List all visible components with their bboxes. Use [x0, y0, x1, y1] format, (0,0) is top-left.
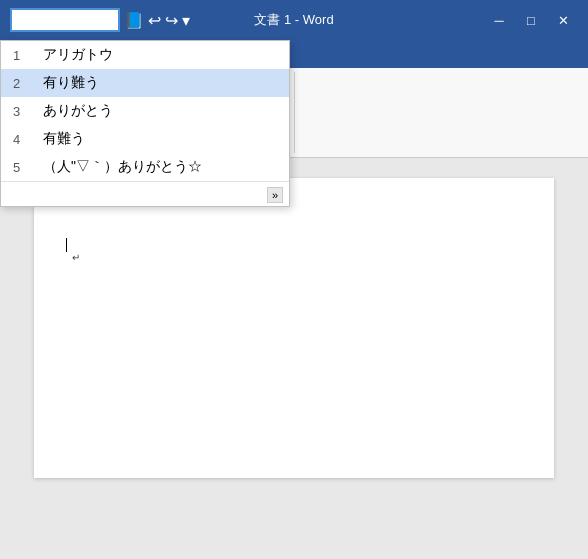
minimize-button[interactable]: ─ — [484, 5, 514, 35]
dropdown-item-5[interactable]: 5 （人"▽｀）ありがとう☆ — [1, 153, 289, 181]
redo-icon[interactable]: ↪ — [165, 11, 178, 30]
item-1-num: 1 — [13, 48, 27, 63]
title-bar: 有り難う 📘 ↩ ↪ ▾ 文書 1 - Word ─ □ ✕ — [0, 0, 588, 40]
more-candidates-btn[interactable]: » — [267, 187, 283, 203]
item-2-text: 有り難う — [43, 74, 99, 92]
item-4-num: 4 — [13, 132, 27, 147]
title-bar-left: 有り難う 📘 ↩ ↪ ▾ — [10, 8, 190, 32]
undo-icon[interactable]: ↩ — [148, 11, 161, 30]
document-area: ↵ — [0, 158, 588, 559]
item-2-num: 2 — [13, 76, 27, 91]
item-3-num: 3 — [13, 104, 27, 119]
item-5-text: （人"▽｀）ありがとう☆ — [43, 158, 202, 176]
dropdown-item-4[interactable]: 4 有難う — [1, 125, 289, 153]
cursor-mark — [66, 238, 67, 252]
item-3-text: ありがとう — [43, 102, 113, 120]
autocomplete-input[interactable]: 有り難う — [10, 8, 120, 32]
autocomplete-dropdown: 1 アリガトウ 2 有り難う 3 ありがとう 4 有難う 5 （人"▽｀）ありが… — [0, 40, 290, 207]
word-icon: 📘 — [124, 11, 144, 30]
maximize-button[interactable]: □ — [516, 5, 546, 35]
dropdown-more-row: » — [1, 181, 289, 206]
window-controls: ─ □ ✕ — [484, 5, 578, 35]
item-5-num: 5 — [13, 160, 27, 175]
cursor-arrow: ↵ — [72, 252, 80, 263]
dropdown-arrow-icon[interactable]: ▾ — [182, 11, 190, 30]
dropdown-item-1[interactable]: 1 アリガトウ — [1, 41, 289, 69]
item-1-text: アリガトウ — [43, 46, 113, 64]
close-button[interactable]: ✕ — [548, 5, 578, 35]
dropdown-item-3[interactable]: 3 ありがとう — [1, 97, 289, 125]
window-title: 文書 1 - Word — [254, 11, 333, 29]
item-4-text: 有難う — [43, 130, 85, 148]
dropdown-item-2[interactable]: 2 有り難う — [1, 69, 289, 97]
document-page[interactable]: ↵ — [34, 178, 554, 478]
